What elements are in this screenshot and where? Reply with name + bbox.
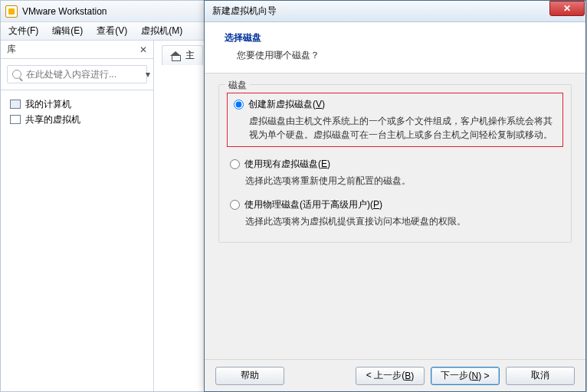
close-icon: ✕: [563, 3, 571, 14]
radio-create-new[interactable]: [234, 100, 244, 109]
step-subtitle: 您要使用哪个磁盘？: [225, 49, 566, 62]
main-title: VMware Workstation: [22, 6, 107, 17]
home-icon: [170, 51, 181, 60]
radio-use-existing[interactable]: [230, 159, 240, 169]
tree-label: 共享的虚拟机: [25, 113, 80, 126]
search-input[interactable]: [26, 69, 141, 80]
option-create-new: 创建新虚拟磁盘(V) 虚拟磁盘由主机文件系统上的一个或多个文件组成，客户机操作系…: [234, 98, 556, 142]
disk-groupbox: 磁盘 创建新虚拟磁盘(V) 虚拟磁盘由主机文件系统上的一个或多个文件组成，客户机…: [218, 84, 572, 243]
radio-use-existing-desc: 选择此选项将重新使用之前配置的磁盘。: [245, 174, 560, 188]
tree-item-shared-vms[interactable]: 共享的虚拟机: [10, 112, 144, 127]
new-vm-wizard-dialog: 新建虚拟机向导 ✕ 选择磁盘 您要使用哪个磁盘？ 磁盘 创建新虚拟磁盘(V) 虚…: [204, 0, 586, 392]
option-use-existing: 使用现有虚拟磁盘(E) 选择此选项将重新使用之前配置的磁盘。: [230, 158, 560, 188]
sidebar-title: 库: [7, 43, 16, 56]
vmware-app-icon: [5, 5, 18, 18]
radio-create-new-desc: 虚拟磁盘由主机文件系统上的一个或多个文件组成，客户机操作系统会将其视为单个硬盘。…: [249, 114, 556, 142]
dialog-header: 选择磁盘 您要使用哪个磁盘？: [205, 22, 585, 74]
sidebar-search[interactable]: ▾: [7, 65, 147, 83]
menu-view[interactable]: 查看(V): [97, 24, 127, 38]
shared-vms-icon: [10, 115, 21, 124]
cancel-button[interactable]: 取消: [506, 367, 575, 385]
back-button[interactable]: < 上一步(B): [356, 367, 425, 385]
dialog-footer: 帮助 < 上一步(B) 下一步(N) > 取消: [205, 359, 585, 391]
tab-home-label: 主: [185, 49, 195, 62]
tab-home[interactable]: 主: [162, 45, 203, 65]
dialog-titlebar[interactable]: 新建虚拟机向导 ✕: [205, 1, 585, 22]
tree-label: 我的计算机: [25, 98, 71, 111]
radio-use-physical-label[interactable]: 使用物理磁盘(适用于高级用户)(P): [244, 198, 382, 211]
option-use-physical: 使用物理磁盘(适用于高级用户)(P) 选择此选项将为虚拟机提供直接访问本地硬盘的…: [230, 198, 560, 228]
sidebar-close-icon[interactable]: ✕: [139, 44, 147, 55]
dialog-body: 磁盘 创建新虚拟磁盘(V) 虚拟磁盘由主机文件系统上的一个或多个文件组成，客户机…: [205, 74, 585, 247]
menu-file[interactable]: 文件(F): [8, 24, 38, 38]
help-button[interactable]: 帮助: [215, 367, 284, 385]
menu-edit[interactable]: 编辑(E): [52, 24, 83, 38]
highlight-annotation: 创建新虚拟磁盘(V) 虚拟磁盘由主机文件系统上的一个或多个文件组成，客户机操作系…: [227, 93, 563, 147]
search-dropdown-icon[interactable]: ▾: [146, 69, 150, 80]
menu-vm[interactable]: 虚拟机(M): [141, 24, 182, 38]
next-button[interactable]: 下一步(N) >: [431, 367, 500, 385]
tree-item-my-computer[interactable]: 我的计算机: [10, 96, 144, 112]
radio-use-physical[interactable]: [230, 200, 240, 210]
radio-create-new-label[interactable]: 创建新虚拟磁盘(V): [248, 98, 325, 111]
sidebar-tree: 我的计算机 共享的虚拟机: [1, 90, 153, 391]
sidebar-header: 库 ✕: [1, 41, 153, 59]
step-title: 选择磁盘: [225, 31, 566, 44]
computer-icon: [10, 100, 21, 109]
groupbox-legend: 磁盘: [225, 79, 250, 92]
search-icon: [12, 70, 21, 79]
close-button[interactable]: ✕: [549, 1, 585, 16]
radio-use-physical-desc: 选择此选项将为虚拟机提供直接访问本地硬盘的权限。: [245, 214, 560, 228]
dialog-title: 新建虚拟机向导: [212, 5, 277, 18]
sidebar: 库 ✕ ▾ 我的计算机 共享的虚拟机: [1, 41, 154, 391]
radio-use-existing-label[interactable]: 使用现有虚拟磁盘(E): [244, 158, 330, 171]
